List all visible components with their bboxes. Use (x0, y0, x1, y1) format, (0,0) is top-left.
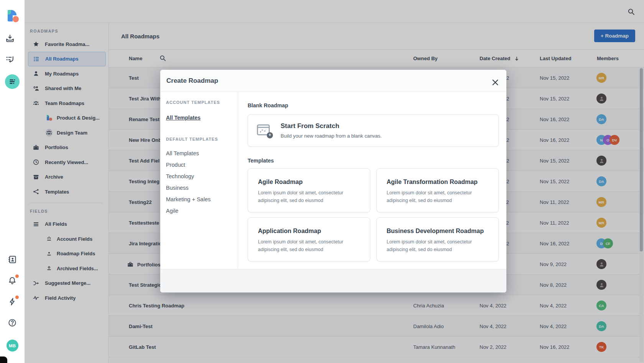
template-card[interactable]: Agile Transformation RoadmapLorem ipsum … (376, 168, 499, 212)
rail-bolt-icon[interactable] (7, 297, 17, 307)
template-card-body: Lorem ipsum dolor sit amet, consectetur … (258, 189, 352, 204)
user-avatar[interactable]: MB (7, 340, 18, 352)
account-all-templates-link[interactable]: All Templates (166, 115, 200, 121)
roadmunk-logo[interactable] (6, 9, 19, 22)
rail-help-icon[interactable] (7, 318, 17, 328)
start-from-scratch-subtitle: Build your new roadmap from a blank canv… (281, 133, 382, 139)
toast-corner (0, 356, 7, 363)
modal-header: Create Roadmap (160, 70, 506, 92)
create-roadmap-modal: Create Roadmap ACCOUNT TEMPLATES All Tem… (160, 70, 506, 292)
template-card-body: Lorem ipsum dolor sit amet, consectetur … (387, 238, 481, 253)
template-category-technology[interactable]: Technology (166, 171, 232, 182)
template-card[interactable]: Business Development RoadmapLorem ipsum … (376, 217, 499, 261)
template-card-title: Agile Roadmap (258, 179, 360, 186)
left-icon-rail: MB (0, 0, 25, 363)
notification-dot (15, 274, 19, 278)
rail-import-tray-icon[interactable] (5, 33, 15, 43)
template-category-all-templates[interactable]: All Templates (166, 148, 232, 159)
modal-body: ACCOUNT TEMPLATES All Templates DEFAULT … (160, 92, 506, 269)
template-card-body: Lorem ipsum dolor sit amet, consectetur … (258, 238, 352, 253)
template-category-marketing-sales[interactable]: Marketing + Sales (166, 194, 232, 205)
modal-title: Create Roadmap (166, 77, 218, 85)
rail-bell-icon[interactable] (7, 276, 17, 286)
close-icon[interactable] (492, 79, 499, 86)
template-card-title: Application Roadmap (258, 228, 360, 235)
template-category-business[interactable]: Business (166, 182, 232, 194)
blank-canvas-icon: + (255, 123, 272, 138)
start-from-scratch-card[interactable]: + Start From Scratch Build your new road… (248, 114, 499, 147)
template-nav: ACCOUNT TEMPLATES All Templates DEFAULT … (160, 92, 238, 269)
modal-content: Blank Roadmap + Start From Scratch Build… (238, 92, 506, 269)
template-category-agile[interactable]: Agile (166, 205, 232, 217)
notification-dot (15, 296, 19, 299)
account-templates-label: ACCOUNT TEMPLATES (166, 100, 232, 105)
templates-label: Templates (248, 158, 499, 164)
modal-footer (160, 269, 506, 292)
rail-history-list-icon[interactable] (5, 54, 15, 64)
template-card[interactable]: Application RoadmapLorem ipsum dolor sit… (248, 217, 370, 261)
rail-timeline-icon[interactable] (5, 74, 20, 89)
template-card-title: Business Development Roadmap (387, 228, 489, 235)
blank-roadmap-label: Blank Roadmap (248, 102, 499, 108)
rail-contacts-icon[interactable] (7, 255, 17, 264)
plus-badge-icon: + (267, 132, 273, 138)
template-card-title: Agile Transformation Roadmap (387, 179, 489, 186)
template-card[interactable]: Agile RoadmapLorem ipsum dolor sit amet,… (248, 168, 370, 212)
template-category-product[interactable]: Product (166, 159, 232, 171)
template-card-body: Lorem ipsum dolor sit amet, consectetur … (387, 189, 481, 204)
start-from-scratch-title: Start From Scratch (281, 122, 382, 130)
default-templates-label: DEFAULT TEMPLATES (166, 137, 232, 141)
